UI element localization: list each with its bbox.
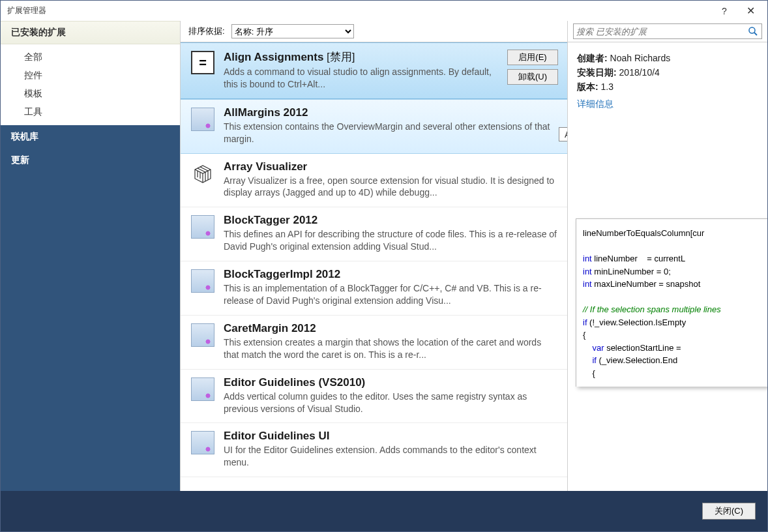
extension-icon [190, 106, 216, 132]
sidebar-online-gallery[interactable]: 联机库 [1, 125, 180, 149]
extension-icon [190, 322, 216, 348]
extension-icon [190, 376, 216, 402]
sidebar-item-controls[interactable]: 控件 [1, 66, 180, 85]
svg-point-0 [749, 27, 755, 33]
sort-label: 排序依据: [188, 25, 225, 37]
sidebar-item-templates[interactable]: 模板 [1, 85, 180, 103]
extension-item[interactable]: BlockTaggerImpl 2012This is an implement… [181, 261, 567, 316]
search-input[interactable] [576, 27, 747, 37]
svg-line-1 [754, 33, 757, 35]
extension-item[interactable]: AllMargins 2012This extension contains t… [181, 99, 567, 154]
sidebar-spacer [1, 172, 180, 491]
uninstall-button[interactable]: 卸载(U) [507, 69, 558, 85]
code-preview: lineNumberToEqualsColumn[cur int lineNum… [576, 218, 767, 387]
extension-description: This is an implementation of a BlockTagg… [224, 282, 558, 307]
version-label: 版本: [577, 81, 598, 92]
sort-select[interactable]: 名称: 升序 [231, 24, 354, 38]
window-close-button[interactable]: ✕ [737, 1, 763, 21]
search-box[interactable] [573, 23, 762, 39]
sort-bar: 排序依据: 名称: 升序 [181, 21, 567, 42]
creator-label: 创建者: [577, 53, 608, 63]
install-date-value: 2018/10/4 [619, 67, 660, 78]
tooltip: AllMargins 2012 [559, 127, 567, 141]
extension-item[interactable]: CaretMargin 2012This extension creates a… [181, 316, 567, 370]
extension-icon [190, 430, 216, 456]
extension-icon [190, 214, 216, 240]
sidebar-updates[interactable]: 更新 [1, 149, 180, 172]
extension-description: UI for the Editor Guidelines extension. … [224, 444, 558, 469]
window-title: 扩展管理器 [5, 5, 711, 16]
sidebar-installed-header[interactable]: 已安装的扩展 [1, 21, 180, 44]
version-value: 1.3 [601, 81, 613, 92]
extension-title: Editor Guidelines (VS2010) [224, 376, 558, 389]
disabled-tag: [禁用] [323, 51, 355, 63]
extension-icon [190, 160, 216, 186]
more-info-link[interactable]: 详细信息 [577, 98, 613, 110]
extension-description: This extension contains the OverviewMarg… [224, 121, 558, 145]
extension-title: Editor Guidelines UI [224, 430, 558, 443]
extension-description: Adds vertical column guides to the edito… [224, 391, 558, 415]
sidebar-item-all[interactable]: 全部 [1, 48, 180, 66]
extension-icon [190, 268, 216, 294]
title-bar: 扩展管理器 ? ✕ [1, 1, 767, 21]
enable-button[interactable]: 启用(E) [507, 50, 558, 65]
extension-item[interactable]: Editor Guidelines (VS2010)Adds vertical … [181, 370, 567, 424]
extension-description: This defines an API for describing the s… [224, 228, 558, 253]
extension-title: BlockTagger 2012 [224, 214, 558, 227]
creator-value: Noah Richards [610, 53, 671, 63]
search-icon[interactable] [747, 25, 759, 37]
extension-description: This extension creates a margin that sho… [224, 336, 558, 361]
extension-title: AllMargins 2012 [224, 106, 558, 119]
sidebar: 已安装的扩展 全部 控件 模板 工具 联机库 更新 [1, 21, 181, 491]
extension-item[interactable]: =Align Assignments [禁用]Adds a command to… [181, 42, 567, 99]
extension-title: Align Assignments [禁用] [224, 50, 499, 65]
footer: 关闭(C) [1, 491, 767, 531]
install-date-label: 安装日期: [577, 67, 617, 78]
close-button[interactable]: 关闭(C) [702, 503, 756, 520]
extension-description: Adds a command to visual studio to align… [224, 66, 499, 91]
extension-item[interactable]: Editor Guidelines UIUI for the Editor Gu… [181, 423, 567, 477]
extension-title: Array Visualizer [224, 160, 558, 173]
extension-icon: = [190, 50, 216, 76]
extension-title: CaretMargin 2012 [224, 322, 558, 335]
extension-title: BlockTaggerImpl 2012 [224, 268, 558, 281]
sidebar-item-tools[interactable]: 工具 [1, 103, 180, 121]
extension-list[interactable]: =Align Assignments [禁用]Adds a command to… [181, 42, 567, 491]
extension-description: Array Visualizer is a free, open source … [224, 175, 558, 200]
help-button[interactable]: ? [711, 1, 737, 21]
extension-item[interactable]: Array VisualizerArray Visualizer is a fr… [181, 154, 567, 208]
extension-details: 创建者: Noah Richards 安装日期: 2018/10/4 版本: 1… [568, 42, 767, 121]
extension-item[interactable]: BlockTagger 2012This defines an API for … [181, 207, 567, 261]
